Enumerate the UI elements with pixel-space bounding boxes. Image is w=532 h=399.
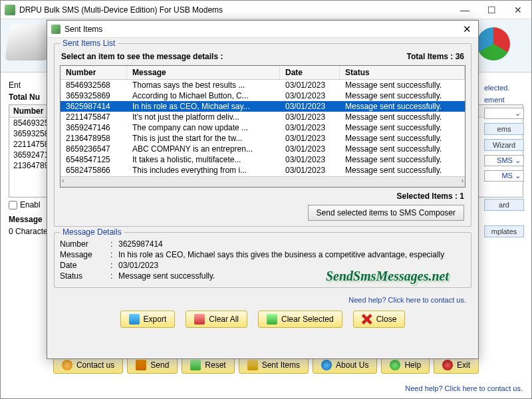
- detail-date-value: 03/01/2023: [118, 261, 466, 270]
- detail-status-label: Status: [60, 271, 110, 281]
- cell-number: 2211475847: [61, 112, 127, 122]
- total-items-label: Total Items : 36: [407, 52, 464, 61]
- sent-items-legend: Sent Items List: [60, 39, 118, 48]
- table-row[interactable]: 8546932568Thomas says the best results .…: [61, 80, 465, 90]
- sent-items-table[interactable]: Number Message Date Status 8546932568Tho…: [60, 65, 466, 188]
- cell-date: 03/01/2023: [280, 101, 340, 112]
- cell-date: 03/01/2023: [280, 144, 340, 154]
- cell-status: Message sent successfully.: [340, 101, 465, 112]
- cell-message: This includes everything from i...: [127, 165, 280, 176]
- dialog-body: Sent Items List Select an item to see th…: [47, 38, 478, 358]
- table-row[interactable]: 2136478958This is just the start for the…: [61, 133, 465, 144]
- cell-date: 03/01/2023: [280, 80, 340, 90]
- cell-message: It takes a holistic, multifacete...: [127, 154, 280, 165]
- sent-items-dialog: Sent Items ✕ Sent Items List Select an i…: [47, 20, 479, 359]
- cell-date: 03/01/2023: [280, 154, 340, 165]
- dialog-buttons: Export Clear All Clear Selected Close: [54, 308, 471, 333]
- clear-all-icon: [194, 314, 205, 325]
- cell-message: This is just the start for the tw...: [127, 133, 280, 144]
- table-row[interactable]: 3659325869According to Michael Button, C…: [61, 90, 465, 101]
- detail-date-label: Date: [60, 261, 110, 270]
- cell-number: 3659325869: [61, 90, 127, 101]
- cell-message: ABC COMPANY is an entrepren...: [127, 144, 280, 154]
- clear-selected-icon: [267, 314, 277, 325]
- table-header: Number Message Date Status: [61, 66, 465, 80]
- cell-number: 6548547125: [61, 154, 127, 165]
- table-row[interactable]: 3659247146The company can now update ...…: [61, 122, 465, 133]
- cell-status: Message sent successfully.: [340, 154, 465, 165]
- cell-number: 3625987414: [61, 101, 127, 112]
- cell-date: 03/01/2023: [280, 122, 340, 133]
- cell-date: 03/01/2023: [280, 165, 340, 176]
- cell-date: 03/01/2023: [280, 133, 340, 144]
- table-row[interactable]: 6548547125It takes a holistic, multiface…: [61, 154, 465, 165]
- table-row[interactable]: 8659236547ABC COMPANY is an entrepren...…: [61, 144, 465, 154]
- detail-number-label: Number: [60, 239, 110, 249]
- instruction-text: Select an item to see the message detail…: [61, 52, 223, 61]
- message-details-group: Message Details Number:3625987414 Messag…: [54, 232, 471, 288]
- clear-all-button[interactable]: Clear All: [186, 311, 247, 328]
- close-icon: [362, 314, 372, 325]
- cell-status: Message sent successfully.: [340, 122, 465, 133]
- cell-date: 03/01/2023: [280, 90, 340, 101]
- col-status[interactable]: Status: [340, 66, 465, 79]
- export-button[interactable]: Export: [120, 311, 176, 328]
- cell-message: Thomas says the best results ...: [127, 80, 280, 90]
- cell-number: 8546932568: [61, 80, 127, 90]
- cell-status: Message sent successfully.: [340, 90, 465, 101]
- cell-message: In his role as CEO, Michael say...: [127, 101, 280, 112]
- horizontal-scrollbar[interactable]: ‹›: [61, 176, 465, 187]
- cell-message: According to Michael Button, C...: [127, 90, 280, 101]
- table-row[interactable]: 2211475847It's not just the platform del…: [61, 112, 465, 122]
- sent-items-group: Sent Items List Select an item to see th…: [54, 43, 471, 227]
- dialog-close-button[interactable]: ✕: [456, 23, 478, 35]
- table-row[interactable]: 6582475866This includes everything from …: [61, 165, 465, 176]
- cell-status: Message sent successfully.: [340, 112, 465, 122]
- cell-status: Message sent successfully.: [340, 144, 465, 154]
- table-row[interactable]: 3625987414In his role as CEO, Michael sa…: [61, 101, 465, 112]
- selected-items-label: Selected Items : 1: [397, 192, 464, 201]
- cell-message: It's not just the platform deliv...: [127, 112, 280, 122]
- dialog-title: Sent Items: [65, 25, 456, 34]
- dialog-help-link[interactable]: Need help? Click here to contact us.: [54, 296, 466, 304]
- overlay: Sent Items ✕ Sent Items List Select an i…: [0, 0, 532, 399]
- cell-date: 03/01/2023: [280, 112, 340, 122]
- dialog-icon: [51, 25, 61, 34]
- detail-number-value: 3625987414: [118, 239, 466, 249]
- cell-status: Message sent successfully.: [340, 133, 465, 144]
- cell-number: 3659247146: [61, 122, 127, 133]
- export-icon: [129, 314, 140, 325]
- cell-status: Message sent successfully.: [340, 165, 465, 176]
- clear-selected-button[interactable]: Clear Selected: [258, 311, 342, 328]
- cell-number: 8659236547: [61, 144, 127, 154]
- close-button[interactable]: Close: [353, 311, 406, 328]
- cell-number: 6582475866: [61, 165, 127, 176]
- details-legend: Message Details: [60, 227, 124, 237]
- cell-status: Message sent successfully.: [340, 80, 465, 90]
- dialog-titlebar: Sent Items ✕: [47, 21, 478, 38]
- col-date[interactable]: Date: [280, 66, 340, 79]
- send-to-composer-button[interactable]: Send selected items to SMS Composer: [308, 205, 464, 221]
- cell-message: The company can now update ...: [127, 122, 280, 133]
- cell-number: 2136478958: [61, 133, 127, 144]
- col-number[interactable]: Number: [61, 66, 127, 79]
- col-message[interactable]: Message: [127, 66, 280, 79]
- detail-message-value: In his role as CEO, Michael says this gi…: [118, 250, 466, 259]
- detail-message-label: Message: [60, 250, 110, 259]
- detail-status-value: Message sent successfully.: [118, 271, 466, 281]
